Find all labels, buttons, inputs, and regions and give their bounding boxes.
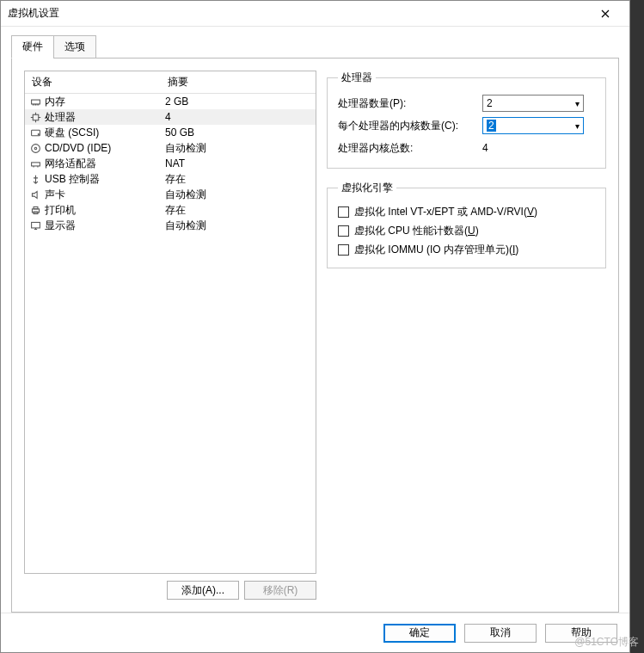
virt-opt-cpu-counters[interactable]: 虚拟化 CPU 性能计数器(U) xyxy=(338,221,595,240)
virt-legend: 虚拟化引擎 xyxy=(338,181,396,195)
device-name: 处理器 xyxy=(45,110,76,125)
proc-count-value: 2 xyxy=(487,97,493,109)
tab-content: 设备 摘要 内存2 GB处理器4硬盘 (SCSI)50 GBCD/DVD (ID… xyxy=(11,58,619,613)
tab-hardware[interactable]: 硬件 xyxy=(11,35,54,59)
device-row-net[interactable]: 网络适配器NAT xyxy=(25,156,316,171)
col-device: 设备 xyxy=(32,75,168,89)
hdd-icon xyxy=(29,126,41,139)
virt-opt-iommu-label: 虚拟化 IOMMU (IO 内存管理单元)(I) xyxy=(354,243,518,257)
close-button[interactable] xyxy=(588,2,623,26)
close-icon xyxy=(601,9,610,18)
chevron-down-icon: ▾ xyxy=(575,99,580,108)
device-name: 声卡 xyxy=(45,188,65,202)
cores-select[interactable]: 2 ▾ xyxy=(482,117,584,134)
device-list-header: 设备 摘要 xyxy=(25,71,316,94)
device-row-display[interactable]: 显示器自动检测 xyxy=(25,218,316,233)
checkbox-icon[interactable] xyxy=(338,206,349,218)
tabs: 硬件 选项 xyxy=(11,35,619,59)
cores-label: 每个处理器的内核数量(C): xyxy=(338,119,482,133)
total-cores-value: 4 xyxy=(482,142,584,154)
tab-options[interactable]: 选项 xyxy=(53,35,96,59)
svg-rect-1 xyxy=(33,114,39,120)
titlebar: 虚拟机设置 xyxy=(1,1,629,27)
cancel-button[interactable]: 取消 xyxy=(464,624,537,643)
device-name: 内存 xyxy=(45,95,65,109)
svg-rect-0 xyxy=(31,100,40,104)
window-title: 虚拟机设置 xyxy=(8,6,588,21)
row-cores-per-proc: 每个处理器的内核数量(C): 2 ▾ xyxy=(338,114,595,137)
col-summary: 摘要 xyxy=(168,75,188,89)
virt-opt-cpu-label: 虚拟化 CPU 性能计数器(U) xyxy=(354,224,479,238)
printer-icon xyxy=(29,204,41,216)
help-button[interactable]: 帮助 xyxy=(545,624,617,643)
proc-count-select[interactable]: 2 ▾ xyxy=(482,95,584,112)
vm-settings-dialog: 虚拟机设置 硬件 选项 设备 摘要 内存2 GB处理器4硬盘 (SCSI)50 … xyxy=(0,0,630,653)
device-row-memory[interactable]: 内存2 GB xyxy=(25,94,316,109)
usb-icon xyxy=(29,173,41,185)
device-name: USB 控制器 xyxy=(45,172,100,187)
device-row-cd[interactable]: CD/DVD (IDE)自动检测 xyxy=(25,140,316,156)
cores-value: 2 xyxy=(487,120,496,132)
ok-button[interactable]: 确定 xyxy=(383,624,456,643)
virt-opt-vtx-label: 虚拟化 Intel VT-x/EPT 或 AMD-V/RVI(V) xyxy=(354,205,537,219)
svg-point-3 xyxy=(38,133,39,134)
dialog-body: 硬件 选项 设备 摘要 内存2 GB处理器4硬盘 (SCSI)50 GBCD/D… xyxy=(1,27,629,613)
device-summary: 存在 xyxy=(165,203,186,218)
device-name: CD/DVD (IDE) xyxy=(45,142,111,154)
proc-count-label: 处理器数量(P): xyxy=(338,96,482,111)
memory-icon xyxy=(29,95,41,108)
svg-point-5 xyxy=(34,147,36,149)
device-row-usb[interactable]: USB 控制器存在 xyxy=(25,171,316,187)
device-summary: 自动检测 xyxy=(165,219,206,233)
right-pane: 处理器 处理器数量(P): 2 ▾ 每个处理器的内核数量(C): 2 ▾ xyxy=(327,71,606,600)
device-summary: 自动检测 xyxy=(165,188,206,202)
row-total-cores: 处理器内核总数: 4 xyxy=(338,137,595,159)
device-summary: 4 xyxy=(165,111,171,123)
remove-button[interactable]: 移除(R) xyxy=(244,581,316,600)
sound-icon xyxy=(29,188,41,200)
device-row-sound[interactable]: 声卡自动检测 xyxy=(25,187,316,202)
device-summary: 50 GB xyxy=(165,126,194,139)
svg-rect-10 xyxy=(31,222,40,228)
device-row-cpu[interactable]: 处理器4 xyxy=(25,109,316,125)
cd-icon xyxy=(29,142,41,154)
net-icon xyxy=(29,157,41,169)
svg-rect-8 xyxy=(34,206,38,208)
display-icon xyxy=(29,219,41,231)
device-list: 设备 摘要 内存2 GB处理器4硬盘 (SCSI)50 GBCD/DVD (ID… xyxy=(24,71,316,574)
row-proc-count: 处理器数量(P): 2 ▾ xyxy=(338,92,595,114)
device-name: 硬盘 (SCSI) xyxy=(45,126,99,140)
device-summary: 存在 xyxy=(165,172,186,187)
virtualization-group: 虚拟化引擎 虚拟化 Intel VT-x/EPT 或 AMD-V/RVI(V) … xyxy=(327,181,606,268)
device-list-buttons: 添加(A)... 移除(R) xyxy=(24,574,316,600)
device-summary: 2 GB xyxy=(165,95,188,108)
checkbox-icon[interactable] xyxy=(338,225,349,237)
svg-rect-6 xyxy=(31,162,40,165)
checkbox-icon[interactable] xyxy=(338,244,349,256)
virt-opt-vtx[interactable]: 虚拟化 Intel VT-x/EPT 或 AMD-V/RVI(V) xyxy=(338,202,595,221)
device-name: 网络适配器 xyxy=(45,157,96,171)
total-cores-label: 处理器内核总数: xyxy=(338,141,482,156)
device-name: 显示器 xyxy=(45,219,76,233)
virt-opt-iommu[interactable]: 虚拟化 IOMMU (IO 内存管理单元)(I) xyxy=(338,240,595,259)
device-row-printer[interactable]: 打印机存在 xyxy=(25,202,316,218)
device-summary: 自动检测 xyxy=(165,141,206,156)
device-summary: NAT xyxy=(165,157,185,169)
dialog-footer: 确定 取消 帮助 xyxy=(1,613,629,652)
device-row-hdd[interactable]: 硬盘 (SCSI)50 GB xyxy=(25,125,316,140)
processor-legend: 处理器 xyxy=(338,71,376,85)
cpu-icon xyxy=(29,111,41,123)
left-pane: 设备 摘要 内存2 GB处理器4硬盘 (SCSI)50 GBCD/DVD (ID… xyxy=(24,71,316,600)
processor-group: 处理器 处理器数量(P): 2 ▾ 每个处理器的内核数量(C): 2 ▾ xyxy=(327,71,606,169)
chevron-down-icon: ▾ xyxy=(575,121,580,131)
add-button[interactable]: 添加(A)... xyxy=(167,581,239,600)
svg-point-4 xyxy=(31,144,40,152)
device-name: 打印机 xyxy=(45,203,76,218)
